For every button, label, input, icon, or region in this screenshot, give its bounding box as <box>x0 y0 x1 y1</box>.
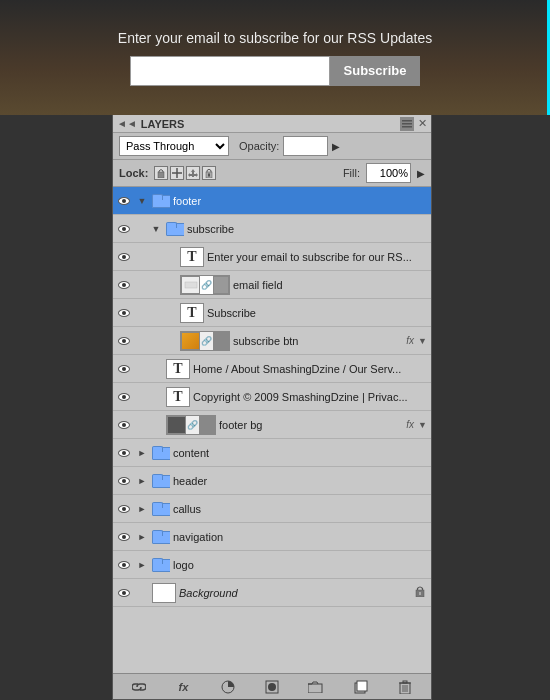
fill-input[interactable] <box>366 163 411 183</box>
new-group-button[interactable] <box>305 677 327 697</box>
panel-title-group: ◄◄ LAYERS <box>117 118 184 130</box>
fill-label: Fill: <box>343 167 360 179</box>
eye-icon-email-text[interactable] <box>113 243 135 271</box>
layer-name-subscribe: subscribe <box>187 223 431 235</box>
eye-icon-subscribe-btn[interactable] <box>113 327 135 355</box>
svg-rect-15 <box>308 684 322 693</box>
link-button[interactable] <box>128 677 150 697</box>
image-thumb-email-field: 🔗 <box>180 275 230 295</box>
fill-arrow[interactable]: ▶ <box>417 168 425 179</box>
layers-list[interactable]: ▼footer▼subscribeTEnter your email to su… <box>113 187 431 673</box>
panel-title-label: LAYERS <box>141 118 185 130</box>
svg-rect-9 <box>185 282 197 288</box>
expand-arrow-callus[interactable]: ► <box>135 504 149 514</box>
layer-row-header[interactable]: ►header <box>113 467 431 495</box>
layer-row-subscribe[interactable]: ▼subscribe <box>113 215 431 243</box>
eye-icon-email-field[interactable] <box>113 271 135 299</box>
folder-thumb-navigation <box>152 527 170 547</box>
panel-menu-icon[interactable] <box>400 117 414 131</box>
layer-row-email-text[interactable]: TEnter your email to subscribe for our R… <box>113 243 431 271</box>
eye-icon-footer-bg[interactable] <box>113 411 135 439</box>
layer-name-footer: footer <box>173 195 431 207</box>
expand-arrow-subscribe[interactable]: ▼ <box>149 224 163 234</box>
eye-icon-callus[interactable] <box>113 495 135 523</box>
fx-arrow-footer-bg[interactable]: ▼ <box>418 420 427 430</box>
layer-name-logo: logo <box>173 559 431 571</box>
layer-row-subscribe-text[interactable]: TSubscribe <box>113 299 431 327</box>
svg-rect-7 <box>208 174 210 177</box>
layer-name-email-text: Enter your email to subscribe for our RS… <box>207 251 431 263</box>
expand-arrow-header[interactable]: ► <box>135 476 149 486</box>
layer-name-callus: callus <box>173 503 431 515</box>
new-layer-button[interactable] <box>350 677 372 697</box>
expand-arrow-footer[interactable]: ▼ <box>135 196 149 206</box>
lock-move-icon[interactable] <box>186 166 200 180</box>
layer-name-copyright: Copyright © 2009 SmashingDzine | Privac.… <box>193 391 431 403</box>
svg-rect-2 <box>402 126 412 128</box>
expand-arrow-content[interactable]: ► <box>135 448 149 458</box>
layer-row-subscribe-btn[interactable]: 🔗subscribe btnfx▼ <box>113 327 431 355</box>
blend-mode-row: Pass Through Normal Multiply Screen Opac… <box>113 133 431 160</box>
layer-row-footer[interactable]: ▼footer <box>113 187 431 215</box>
eye-icon-header[interactable] <box>113 467 135 495</box>
panel-close-button[interactable]: ✕ <box>418 117 427 130</box>
eye-icon-navigation[interactable] <box>113 523 135 551</box>
expand-arrow-logo[interactable]: ► <box>135 560 149 570</box>
eye-icon-subscribe[interactable] <box>113 215 135 243</box>
svg-point-14 <box>268 683 276 691</box>
layer-row-email-field[interactable]: 🔗email field <box>113 271 431 299</box>
layer-row-logo[interactable]: ►logo <box>113 551 431 579</box>
lock-position-icon[interactable] <box>170 166 184 180</box>
folder-thumb-content <box>152 443 170 463</box>
eye-icon-home-links[interactable] <box>113 355 135 383</box>
svg-rect-11 <box>419 592 421 595</box>
adjustment-button[interactable] <box>217 677 239 697</box>
layer-row-footer-bg[interactable]: 🔗footer bgfx▼ <box>113 411 431 439</box>
eye-icon-copyright[interactable] <box>113 383 135 411</box>
layer-name-content: content <box>173 447 431 459</box>
eye-icon-logo[interactable] <box>113 551 135 579</box>
fx-badge-footer-bg: fx <box>406 419 414 430</box>
layer-name-subscribe-btn: subscribe btn <box>233 335 406 347</box>
layer-row-home-links[interactable]: THome / About SmashingDzine / Our Serv..… <box>113 355 431 383</box>
text-thumb-home-links: T <box>166 359 190 379</box>
lock-all-icon[interactable] <box>202 166 216 180</box>
layer-row-background[interactable]: Background <box>113 579 431 607</box>
text-thumb-copyright: T <box>166 387 190 407</box>
svg-rect-0 <box>402 120 412 122</box>
eye-icon-content[interactable] <box>113 439 135 467</box>
lock-pixels-icon[interactable] <box>154 166 168 180</box>
subscribe-button[interactable]: Subscribe <box>330 56 421 86</box>
layer-row-callus[interactable]: ►callus <box>113 495 431 523</box>
panel-collapse-arrows[interactable]: ◄◄ <box>117 118 137 129</box>
delete-layer-button[interactable] <box>394 677 416 697</box>
eye-icon-background[interactable] <box>113 579 135 607</box>
banner-title: Enter your email to subscribe for our RS… <box>118 30 432 46</box>
opacity-label: Opacity: <box>239 140 279 152</box>
bg-thumb-background <box>152 583 176 603</box>
folder-thumb-logo <box>152 555 170 575</box>
svg-rect-17 <box>357 681 367 691</box>
blend-mode-select[interactable]: Pass Through Normal Multiply Screen <box>119 136 229 156</box>
email-input[interactable] <box>130 56 330 86</box>
fx-button[interactable]: fx <box>172 677 194 697</box>
expand-arrow-navigation[interactable]: ► <box>135 532 149 542</box>
dark-thumb-footer-bg: 🔗 <box>166 415 216 435</box>
mask-button[interactable] <box>261 677 283 697</box>
layer-row-navigation[interactable]: ►navigation <box>113 523 431 551</box>
opacity-arrow[interactable]: ▶ <box>332 141 340 152</box>
text-thumb-subscribe-text: T <box>180 303 204 323</box>
opacity-input[interactable]: 100% <box>283 136 328 156</box>
folder-thumb-callus <box>152 499 170 519</box>
lock-row: Lock: Fill: ▶ <box>113 160 431 187</box>
eye-icon-footer[interactable] <box>113 187 135 215</box>
banner-input-row: Subscribe <box>130 56 421 86</box>
layer-name-header: header <box>173 475 431 487</box>
layer-row-copyright[interactable]: TCopyright © 2009 SmashingDzine | Privac… <box>113 383 431 411</box>
fx-arrow-subscribe-btn[interactable]: ▼ <box>418 336 427 346</box>
layer-row-content[interactable]: ►content <box>113 439 431 467</box>
svg-rect-20 <box>403 681 407 683</box>
eye-icon-subscribe-text[interactable] <box>113 299 135 327</box>
svg-rect-1 <box>402 123 412 125</box>
banner: Enter your email to subscribe for our RS… <box>0 0 550 115</box>
